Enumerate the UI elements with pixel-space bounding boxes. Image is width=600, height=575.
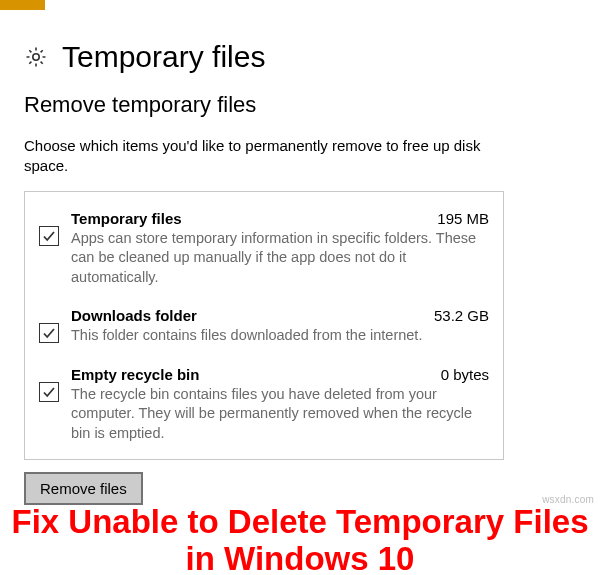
- item-title: Temporary files: [71, 210, 182, 227]
- item-size: 195 MB: [437, 210, 489, 227]
- item-body: Downloads folder 53.2 GB This folder con…: [71, 307, 489, 346]
- page-title: Temporary files: [62, 40, 265, 74]
- list-item: Downloads folder 53.2 GB This folder con…: [39, 301, 489, 360]
- accent-block: [0, 0, 45, 10]
- checkmark-icon: [42, 385, 56, 399]
- caption-text: Fix Unable to Delete Temporary Files in …: [0, 504, 600, 575]
- section-description: Choose which items you'd like to permane…: [24, 136, 504, 177]
- remove-files-button[interactable]: Remove files: [24, 472, 143, 505]
- checkbox-empty-recycle-bin[interactable]: [39, 382, 59, 402]
- section-title: Remove temporary files: [24, 92, 576, 118]
- item-title: Downloads folder: [71, 307, 197, 324]
- page-header: Temporary files: [0, 10, 600, 92]
- item-size: 53.2 GB: [434, 307, 489, 324]
- checkbox-temporary-files[interactable]: [39, 226, 59, 246]
- item-description: This folder contains files downloaded fr…: [71, 326, 489, 346]
- svg-point-0: [33, 54, 39, 60]
- list-item: Temporary files 195 MB Apps can store te…: [39, 204, 489, 302]
- item-description: Apps can store temporary information in …: [71, 229, 489, 288]
- content: Remove temporary files Choose which item…: [0, 92, 600, 505]
- item-size: 0 bytes: [441, 366, 489, 383]
- checkbox-downloads-folder[interactable]: [39, 323, 59, 343]
- item-body: Empty recycle bin 0 bytes The recycle bi…: [71, 366, 489, 444]
- checkmark-icon: [42, 229, 56, 243]
- item-title: Empty recycle bin: [71, 366, 199, 383]
- top-bar: [0, 0, 600, 10]
- items-list: Temporary files 195 MB Apps can store te…: [24, 191, 504, 461]
- checkmark-icon: [42, 326, 56, 340]
- list-item: Empty recycle bin 0 bytes The recycle bi…: [39, 360, 489, 444]
- item-description: The recycle bin contains files you have …: [71, 385, 489, 444]
- item-body: Temporary files 195 MB Apps can store te…: [71, 210, 489, 288]
- gear-icon: [24, 45, 48, 69]
